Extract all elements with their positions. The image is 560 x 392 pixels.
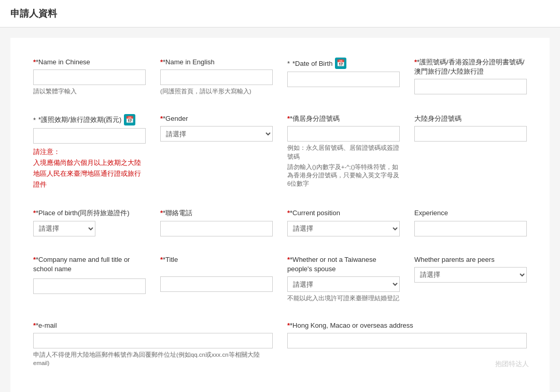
passport-input[interactable] [414, 79, 527, 94]
name-chinese-hint: 請以繁體字輸入 [33, 87, 146, 95]
name-chinese-field: **Name in Chinese 請以繁體字輸入 [26, 52, 153, 101]
name-english-input[interactable] [160, 69, 273, 85]
gender-label: **Gender [160, 114, 273, 123]
name-chinese-input[interactable] [33, 69, 146, 85]
mainland-id-input[interactable] [414, 126, 527, 142]
gender-select[interactable]: 請選擇 Male Female [160, 126, 273, 142]
place-of-birth-field: **Place of birth(同所持旅遊證件) 請選擇 [26, 203, 153, 241]
phone-input[interactable] [160, 221, 273, 236]
resident-id-hint2: 請勿輸入()內數字及+-^;()等特殊符號，如為香港身分證號碼，只要輸入英文字母… [287, 163, 400, 188]
taiwanese-spouse-hint: 不能以此入出境許可證來臺辦理結婚登記 [287, 294, 400, 302]
current-position-label: **Current position [287, 208, 400, 218]
warning-title: 請注意： [33, 148, 60, 156]
email-input[interactable] [33, 333, 273, 348]
experience-label: Experience [414, 208, 527, 218]
title-field: **Title [153, 250, 280, 307]
warning-block: 請注意： 入境應備尚餘六個月以上效期之大陸地區人民在來臺灣地區通行證或旅行證件 [33, 147, 146, 190]
email-field: **e-mail 申請人不得使用大陸地區郵件帳號作為回覆郵件位址(例如qq.cn… [26, 316, 280, 372]
passport-validity-input[interactable] [33, 128, 146, 144]
dob-input[interactable] [287, 72, 400, 87]
parents-peers-field: Whether parents are peers 請選擇 是 否 [407, 250, 534, 307]
company-label: **Company name and full title or school … [33, 255, 146, 274]
passport-validity-calendar-icon[interactable]: 📅 [124, 114, 135, 125]
company-input[interactable] [33, 278, 146, 294]
email-label: **e-mail [33, 321, 273, 330]
email-hint: 申請人不得使用大陸地區郵件帳號作為回覆郵件位址(例如qq.cn或xxx.cn等相… [33, 351, 273, 367]
gender-field: **Gender 請選擇 Male Female [153, 109, 280, 195]
taiwanese-spouse-label: **Whether or not a Taiwanese people's sp… [287, 255, 400, 274]
title-input[interactable] [160, 276, 273, 292]
name-english-hint: (同護照首頁，請以半形大寫輸入) [160, 87, 273, 95]
resident-id-label: **僑居身分證號碼 [287, 114, 400, 123]
phone-label: **聯絡電話 [160, 208, 273, 218]
parents-peers-label: Whether parents are peers [414, 255, 527, 264]
passport-field: **護照號碼/香港簽證身分證明書號碼/澳門旅行證/大陸旅行證 [407, 52, 534, 101]
phone-field: **聯絡電話 [153, 203, 280, 241]
experience-field: Experience [407, 203, 534, 241]
passport-validity-field: * *護照效期/旅行證效期(西元) 📅 請注意： 入境應備尚餘六個月以上效期之大… [26, 109, 153, 195]
mainland-id-field: 大陸身分證號碼 [407, 109, 534, 195]
title-label: **Title [160, 255, 273, 264]
dob-label: *Date of Birth [292, 60, 332, 67]
hk-address-field: **Hong Kong, Macao or overseas address 抱… [280, 316, 534, 372]
dob-field: * *Date of Birth 📅 [280, 52, 407, 101]
current-position-field: **Current position 請選擇 [280, 203, 407, 241]
watermark: 抱团特达人 [495, 359, 529, 369]
hk-address-label: **Hong Kong, Macao or overseas address [287, 321, 527, 330]
name-english-field: **Name in English (同護照首頁，請以半形大寫輸入) [153, 52, 280, 101]
dob-calendar-icon[interactable]: 📅 [335, 58, 346, 69]
name-english-label: **Name in English [160, 58, 273, 67]
passport-label: **護照號碼/香港簽證身分證明書號碼/澳門旅行證/大陸旅行證 [414, 58, 527, 76]
taiwanese-spouse-select[interactable]: 請選擇 是 否 [287, 276, 400, 292]
place-of-birth-select[interactable]: 請選擇 [33, 221, 95, 236]
hk-address-input[interactable] [287, 333, 527, 348]
resident-id-input[interactable] [287, 126, 400, 142]
passport-validity-label: *護照效期/旅行證效期(西元) [38, 115, 121, 124]
place-of-birth-label: **Place of birth(同所持旅遊證件) [33, 208, 146, 218]
mainland-id-label: 大陸身分證號碼 [414, 114, 527, 123]
warning-body: 入境應備尚餘六個月以上效期之大陸地區人民在來臺灣地區通行證或旅行證件 [33, 159, 141, 188]
name-chinese-label: **Name in Chinese [33, 58, 146, 67]
current-position-select[interactable]: 請選擇 [287, 221, 400, 236]
resident-id-field: **僑居身分證號碼 例如：永久居留號碼、居留證號碼或簽證號碼 請勿輸入()內數字… [280, 109, 407, 195]
company-field: **Company name and full title or school … [26, 250, 153, 307]
page-title: 申請人資料 [0, 0, 560, 27]
resident-id-hint1: 例如：永久居留號碼、居留證號碼或簽證號碼 [287, 144, 400, 160]
experience-input[interactable] [414, 221, 527, 236]
parents-peers-select[interactable]: 請選擇 是 否 [414, 267, 527, 283]
taiwanese-spouse-field: **Whether or not a Taiwanese people's sp… [280, 250, 407, 307]
